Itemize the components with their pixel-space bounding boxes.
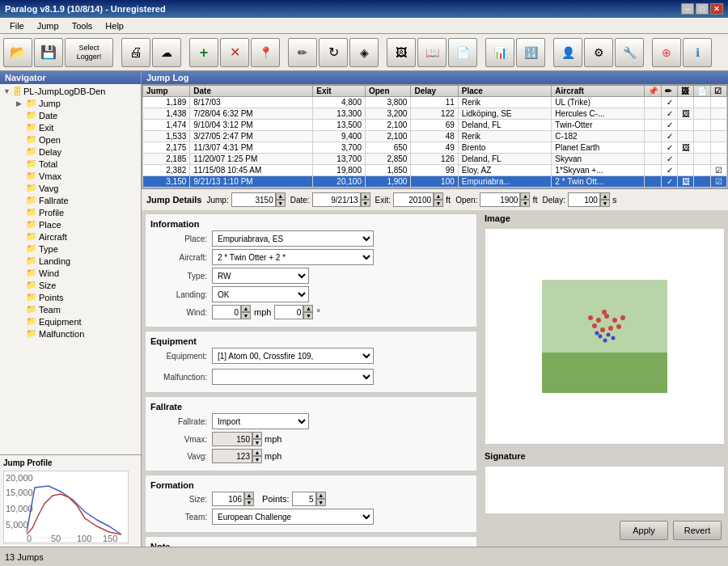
nav-item-profile[interactable]: 📁 Profile <box>15 206 139 218</box>
help-ring-button[interactable]: ⊕ <box>652 38 681 67</box>
exit-spin-up[interactable]: ▲ <box>434 192 443 200</box>
jump-spin-down[interactable]: ▼ <box>276 200 286 207</box>
maximize-button[interactable]: □ <box>696 3 709 15</box>
open-input[interactable] <box>480 192 520 207</box>
table-row[interactable]: 2,17511/3/07 4:31 PM3,70065049BrentoPlan… <box>143 142 727 154</box>
refresh-button[interactable]: ↻ <box>319 38 348 67</box>
type-select[interactable]: RW <box>212 268 309 284</box>
person-button[interactable]: 👤 <box>553 38 582 67</box>
nav-item-equipment[interactable]: 📁 Equipment <box>15 315 139 327</box>
date-spin-down[interactable]: ▼ <box>361 200 370 207</box>
wind1-input[interactable] <box>212 305 241 319</box>
delay-spin-up[interactable]: ▲ <box>600 192 610 200</box>
delay-input[interactable] <box>568 192 600 207</box>
exit-spin-down[interactable]: ▼ <box>434 200 443 207</box>
wind1-down[interactable]: ▼ <box>241 312 251 319</box>
table-row[interactable]: 1,5333/27/05 2:47 PM9,4002,10048RerikC-1… <box>143 131 727 142</box>
nav-item-wind[interactable]: 📁 Wind <box>15 267 139 279</box>
col-date[interactable]: Date <box>190 86 313 97</box>
open-spin-up[interactable]: ▲ <box>520 192 530 200</box>
open-spin-down[interactable]: ▼ <box>520 200 530 207</box>
size-up[interactable]: ▲ <box>244 492 254 499</box>
nav-item-vavg[interactable]: 📁 Vavg <box>15 182 139 194</box>
table-row[interactable]: 2,38211/15/08 10:45 AM19,8001,85099Eloy,… <box>143 165 727 176</box>
equipment-select[interactable]: [1] Atom 00, Crossfire 109, <box>212 348 374 364</box>
nav-item-exit[interactable]: 📁 Exit <box>15 121 139 133</box>
malfunction-select[interactable] <box>212 369 374 385</box>
size-input[interactable] <box>212 492 244 506</box>
tools-button[interactable]: 🔧 <box>615 38 644 67</box>
exit-input[interactable] <box>393 192 434 207</box>
photo-button[interactable]: 🖼 <box>387 38 416 67</box>
col-jump[interactable]: Jump <box>143 86 190 97</box>
nav-item-type[interactable]: 📁 Type <box>15 243 139 255</box>
nav-item-date[interactable]: 📁 Date <box>15 109 139 121</box>
add-button[interactable]: + <box>189 38 218 67</box>
table-row[interactable]: 1,4387/28/04 6:32 PM13,3003,200122Lidköp… <box>143 108 727 120</box>
nav-item-jump[interactable]: ▶ 📁 Jump <box>15 97 139 109</box>
col-icon2[interactable]: ✏ <box>662 86 678 97</box>
col-delay[interactable]: Delay <box>411 86 458 97</box>
nav-item-delay[interactable]: 📁 Delay <box>15 146 139 158</box>
landing-select[interactable]: OK <box>212 286 309 302</box>
revert-button[interactable]: Revert <box>673 521 722 540</box>
jump-input[interactable] <box>231 192 276 207</box>
points-down[interactable]: ▼ <box>316 499 326 506</box>
date-input[interactable] <box>312 192 361 207</box>
wind2-up[interactable]: ▲ <box>303 305 313 312</box>
jump-spin-up[interactable]: ▲ <box>276 192 286 200</box>
nav-item-vmax[interactable]: 📁 Vmax <box>15 170 139 182</box>
calc-button[interactable]: 🔢 <box>516 38 545 67</box>
col-icon4[interactable]: 📄 <box>694 86 711 97</box>
select-logger-button[interactable]: Select Logger! <box>65 38 113 67</box>
col-icon3[interactable]: 🖼 <box>678 86 694 97</box>
aircraft-select[interactable]: 2 * Twin Otter + 2 * <box>212 249 374 265</box>
col-open[interactable]: Open <box>365 86 410 97</box>
page-button[interactable]: 📄 <box>448 38 477 67</box>
nav-item-size[interactable]: 📁 Size <box>15 279 139 291</box>
apply-button[interactable]: Apply <box>620 521 668 540</box>
table-row[interactable]: 1,1898/17/034,8003,80011RerikUL (Trike)✓ <box>143 97 727 108</box>
menu-file[interactable]: File <box>3 19 31 32</box>
gear-button[interactable]: ⚙ <box>584 38 613 67</box>
nav-item-team[interactable]: 📁 Team <box>15 303 139 315</box>
size-down[interactable]: ▼ <box>244 499 254 506</box>
minimize-button[interactable]: ─ <box>681 3 694 15</box>
points-input[interactable] <box>292 492 316 506</box>
wind2-down[interactable]: ▼ <box>303 312 313 319</box>
col-icon5[interactable]: ☑ <box>711 86 727 97</box>
place-select[interactable]: Empuriabrava, ES <box>212 230 374 247</box>
menu-tools[interactable]: Tools <box>66 19 99 32</box>
date-spin-up[interactable]: ▲ <box>361 192 370 200</box>
nav-item-total[interactable]: 📁 Total <box>15 158 139 170</box>
info-button[interactable]: ℹ <box>683 38 712 67</box>
table-row[interactable]: 3,1509/21/13 1:10 PM20,1001,900100Empuri… <box>143 176 727 188</box>
table-row[interactable]: 1,4749/10/04 3:12 PM13,5002,10069Deland,… <box>143 120 727 131</box>
nav-item-points[interactable]: 📁 Points <box>15 291 139 303</box>
cloud-button[interactable]: ☁ <box>152 38 181 67</box>
col-exit[interactable]: Exit <box>313 86 366 97</box>
mark-button[interactable]: 📍 <box>251 38 280 67</box>
menu-jump[interactable]: Jump <box>31 19 66 32</box>
save-button[interactable]: 💾 <box>34 38 63 67</box>
wind1-up[interactable]: ▲ <box>241 305 251 312</box>
chart-button[interactable]: 📊 <box>485 38 514 67</box>
nav-item-open[interactable]: 📁 Open <box>15 133 139 146</box>
print-button[interactable]: 🖨 <box>121 38 150 67</box>
nav-item-aircraft[interactable]: 📁 Aircraft <box>15 230 139 243</box>
col-icon1[interactable]: 📌 <box>645 86 662 97</box>
tool1-button[interactable]: ◈ <box>349 38 379 67</box>
wind2-input[interactable] <box>274 305 303 319</box>
menu-help[interactable]: Help <box>99 19 130 32</box>
nav-item-landing[interactable]: 📁 Landing <box>15 255 139 267</box>
delay-spin-down[interactable]: ▼ <box>600 200 610 207</box>
fallrate-select[interactable]: Import <box>212 413 309 429</box>
delete-button[interactable]: ✕ <box>220 38 249 67</box>
open-db-button[interactable]: 📂 <box>3 38 32 67</box>
book-button[interactable]: 📖 <box>417 38 447 67</box>
table-row[interactable]: 2,18511/20/07 1:25 PM13,7002,850126Delan… <box>143 154 727 165</box>
points-up[interactable]: ▲ <box>316 492 326 499</box>
team-select[interactable]: European Challenge <box>212 509 374 525</box>
nav-db-root[interactable]: ▼ 🗄 PL-JumpLogDB-Den <box>2 86 139 97</box>
jump-log-scroll[interactable]: Jump Date Exit Open Delay Place Aircraft… <box>142 84 728 188</box>
